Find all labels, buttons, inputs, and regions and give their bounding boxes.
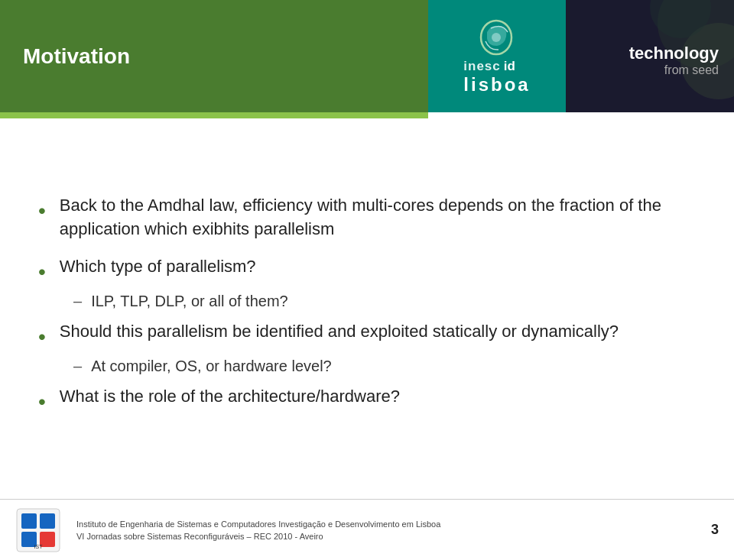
bullet-dot-4: • xyxy=(38,387,46,416)
sub-dash-icon: – xyxy=(73,290,82,312)
footer-conference: VI Jornadas sobre Sistemas Reconfiguráve… xyxy=(76,532,711,541)
footer-institution: Instituto de Engenharia de Sistemas e Co… xyxy=(76,520,711,529)
header-right-panel: technology from seed xyxy=(566,0,734,112)
bullet-text-1: Back to the Amdhal law, efficiency with … xyxy=(60,194,696,241)
header-accent-bar xyxy=(0,112,428,118)
inescid-emblem-icon xyxy=(476,17,518,59)
ist-logo-icon: IST xyxy=(15,507,61,553)
bullet-text-4: What is the role of the architecture/har… xyxy=(60,385,400,409)
from-seed-label: from seed xyxy=(664,63,719,77)
svg-rect-7 xyxy=(40,513,55,529)
bullet-item-3: • Should this parallelism be identified … xyxy=(38,320,696,351)
logo-lisboa-text: lisboa xyxy=(463,74,530,95)
content-area: • Back to the Amdhal law, efficiency wit… xyxy=(0,118,734,499)
bullet-dot-3: • xyxy=(38,322,46,351)
header: Motivation inesc id lisboa xyxy=(0,0,734,112)
sub-item-2: – At compiler, OS, or hardware level? xyxy=(73,354,696,377)
bullet-item-4: • What is the role of the architecture/h… xyxy=(38,385,696,416)
sub-list-2: – At compiler, OS, or hardware level? xyxy=(73,354,696,377)
bullet-text-3: Should this parallelism be identified an… xyxy=(60,320,619,344)
slide-title: Motivation xyxy=(23,44,130,69)
sub-dash-2-icon: – xyxy=(73,354,82,377)
svg-point-1 xyxy=(492,33,501,42)
sub-item-1: – ILP, TLP, DLP, or all of them? xyxy=(73,290,696,312)
bullet-item-2: • Which type of parallelism? xyxy=(38,255,696,286)
footer: IST Instituto de Engenharia de Sistemas … xyxy=(0,499,734,560)
bullet-text-2: Which type of parallelism? xyxy=(60,255,256,279)
sub-text-1: ILP, TLP, DLP, or all of them? xyxy=(91,290,288,312)
inescid-text: inesc id lisboa xyxy=(463,59,530,95)
main-bullet-list: • Back to the Amdhal law, efficiency wit… xyxy=(38,194,696,430)
technology-label: technology xyxy=(629,44,719,63)
footer-text-block: Instituto de Engenharia de Sistemas e Co… xyxy=(76,520,711,541)
footer-page-number: 3 xyxy=(711,522,719,538)
sub-text-2: At compiler, OS, or hardware level? xyxy=(91,354,332,377)
bullet-dot-2: • xyxy=(38,257,46,286)
bullet-dot-1: • xyxy=(38,196,46,225)
inescid-logo: inesc id lisboa xyxy=(463,17,530,95)
sub-list-1: – ILP, TLP, DLP, or all of them? xyxy=(73,290,696,312)
header-logo-panel: inesc id lisboa xyxy=(428,0,566,112)
bullet-item-1: • Back to the Amdhal law, efficiency wit… xyxy=(38,194,696,241)
svg-text:IST: IST xyxy=(34,544,44,549)
header-left-panel: Motivation xyxy=(0,0,428,112)
svg-rect-6 xyxy=(21,513,37,529)
